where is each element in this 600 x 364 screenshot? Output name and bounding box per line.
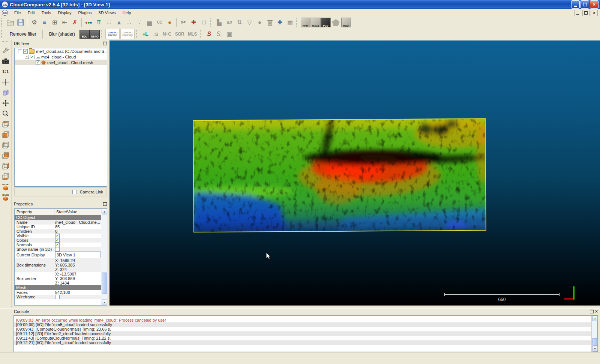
plugin-pcv-button[interactable]: PCV: [321, 18, 331, 27]
menu-tools[interactable]: Tools: [38, 10, 55, 16]
edl-shader-button[interactable]: EDL: [80, 29, 90, 39]
undock-icon[interactable]: [590, 310, 594, 313]
console-scrollbar[interactable]: ▲ ▼: [591, 316, 597, 352]
console-log[interactable]: [09:09:03] An error occurred while loadi…: [14, 315, 598, 352]
segment-button[interactable]: ✂: [178, 18, 189, 27]
sf-arithmetic-button[interactable]: ▦: [285, 18, 295, 27]
camera-link-checkbox[interactable]: [72, 190, 77, 194]
current-display-combo[interactable]: 3D View 1 ▼: [55, 252, 107, 258]
close-button[interactable]: ×: [590, 0, 598, 9]
plugin-rsd-button[interactable]: RSD: [341, 18, 351, 27]
compute-normals-button[interactable]: ⇈: [94, 18, 104, 27]
view-left-button[interactable]: [1, 140, 10, 150]
view-front-button[interactable]: [1, 130, 10, 139]
compute-mesh-button[interactable]: ▲: [114, 18, 124, 27]
view-back-button[interactable]: [1, 151, 10, 160]
mdi-child-icon[interactable]: CC: [2, 10, 8, 16]
menu-help[interactable]: Help: [119, 10, 135, 16]
normals-checkbox[interactable]: ✓: [55, 243, 60, 247]
scroll-up-icon[interactable]: ▲: [102, 209, 107, 214]
canupo-classify-button[interactable]: CANUPOClassify: [120, 29, 135, 39]
plugin-box-arrow-button[interactable]: ▣: [224, 29, 234, 39]
zoom-button[interactable]: [1, 109, 10, 118]
toolbar-grip[interactable]: [101, 30, 104, 38]
clean-noise-button[interactable]: ●: [165, 18, 175, 27]
canupo-create-button[interactable]: CANUPOCreate: [105, 29, 120, 39]
toolbar-grip[interactable]: [296, 18, 299, 27]
apply-transformation-button[interactable]: ⇤: [60, 18, 70, 27]
main-properties-button[interactable]: ≡: [39, 18, 50, 27]
mdi-close-button[interactable]: ×: [591, 10, 598, 16]
minimize-button[interactable]: [571, 0, 580, 9]
local-statistics-button[interactable]: ▅: [144, 18, 154, 27]
db-tree[interactable]: - ✓ me4_cloud.asc (C:/Documents and S...…: [14, 48, 107, 187]
menu-plugins[interactable]: Plugins: [75, 10, 95, 16]
menu-display[interactable]: Display: [54, 10, 75, 16]
cloud-cloud-distance-button[interactable]: CC: [154, 18, 165, 27]
colors-checkbox[interactable]: ✓: [55, 238, 60, 243]
restore-button[interactable]: [580, 0, 589, 9]
pick-center-button[interactable]: [1, 77, 10, 87]
plugin-facets-button[interactable]: [331, 18, 341, 27]
mdi-restore-button[interactable]: [582, 10, 590, 16]
sphere-tool-button[interactable]: ●: [255, 18, 265, 27]
tree-node-cloud[interactable]: - ✓ ☁ me4_cloud - Cloud: [15, 54, 107, 60]
properties-scrollbar[interactable]: ▲ ▼: [101, 209, 107, 305]
plugin-m3c2-button[interactable]: M3C2: [310, 18, 321, 27]
ssao-shader-button[interactable]: SSAO: [90, 29, 100, 39]
toolbar-grip[interactable]: [200, 30, 202, 38]
tree-node-mesh[interactable]: ✓ me4_cloud - Cloud.mesh: [15, 60, 107, 65]
iso-back-button[interactable]: BACK: [1, 193, 10, 202]
display-settings-button[interactable]: ⚙: [29, 18, 39, 27]
config-tools-button[interactable]: [1, 46, 10, 55]
view-bottom-button[interactable]: [1, 172, 10, 181]
add-scalar-field-button[interactable]: ✚: [275, 18, 285, 27]
visibility-checkbox[interactable]: ✓: [23, 49, 28, 54]
bubble-view-button[interactable]: [1, 88, 10, 97]
menu-edit[interactable]: Edit: [24, 10, 38, 16]
open-file-button[interactable]: [5, 18, 15, 27]
undock-icon[interactable]: [103, 42, 107, 45]
toolbar-grip[interactable]: [2, 41, 9, 44]
tree-node-root[interactable]: - ✓ me4_cloud.asc (C:/Documents and S...: [15, 48, 107, 54]
scrollbar-thumb[interactable]: [102, 273, 107, 294]
visibility-checkbox[interactable]: ✓: [30, 55, 34, 59]
octree-button[interactable]: ∷: [104, 18, 114, 27]
colors-button[interactable]: [84, 18, 94, 27]
wireframe-checkbox[interactable]: [55, 295, 60, 299]
menu-file[interactable]: File: [11, 10, 24, 16]
visibility-checkbox[interactable]: ✓: [36, 60, 40, 65]
3d-viewport[interactable]: 650: [110, 40, 600, 306]
scrollbar-thumb[interactable]: [592, 338, 598, 346]
gaussian-filter-button[interactable]: μ,σ: [224, 18, 234, 27]
delete-button[interactable]: ✗: [70, 18, 80, 27]
filter-by-value-button[interactable]: ▽: [244, 18, 255, 27]
view-right-button[interactable]: [1, 161, 10, 171]
subsample-button[interactable]: ∵: [134, 18, 144, 27]
plugin-npc-button[interactable]: N+C: [160, 29, 173, 39]
scroll-down-icon[interactable]: ▼: [592, 346, 598, 352]
plugin-sra-button[interactable]: S: [204, 29, 214, 39]
screenshot-button[interactable]: [1, 56, 10, 66]
collapse-icon[interactable]: -: [18, 49, 22, 53]
visible-checkbox[interactable]: ✓: [55, 234, 60, 238]
zoom-1-1-button[interactable]: 1:1: [1, 67, 10, 76]
sf-min-max-button[interactable]: ⇅: [234, 18, 244, 27]
delete-scalar-field-button[interactable]: [265, 18, 275, 27]
show-histogram-button[interactable]: ▙: [214, 18, 224, 27]
plugin-mls-button[interactable]: MLS: [186, 29, 199, 39]
plugin-sor-button[interactable]: SOR: [173, 29, 186, 39]
iso-front-button[interactable]: FRONT: [1, 182, 10, 192]
toolbar-grip[interactable]: [1, 18, 4, 27]
pan-mode-button[interactable]: [1, 98, 10, 108]
mdi-minimize-button[interactable]: [574, 10, 581, 16]
blur-shader-button[interactable]: Blur (shader): [45, 30, 80, 38]
toolbar-grip[interactable]: [210, 18, 213, 27]
collapse-icon[interactable]: -: [25, 55, 29, 59]
clipping-box-button[interactable]: □: [199, 18, 209, 27]
scroll-down-icon[interactable]: ▼: [102, 300, 107, 305]
view-top-button[interactable]: [1, 119, 10, 129]
rotation-center-button[interactable]: ✚: [189, 18, 199, 27]
sample-points-button[interactable]: ∴: [124, 18, 134, 27]
menu-3d-views[interactable]: 3D Views: [95, 10, 119, 16]
